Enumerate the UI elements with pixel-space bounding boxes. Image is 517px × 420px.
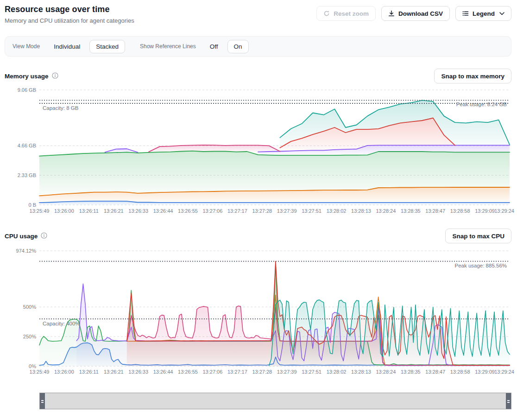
svg-text:0%: 0% [29,363,36,369]
header-titles: Resource usage over time Memory and CPU … [5,5,134,24]
view-mode-label: View Mode [13,43,40,50]
svg-text:13:29:09: 13:29:09 [475,369,495,375]
svg-text:13:27:06: 13:27:06 [202,369,222,375]
svg-text:Capacity: 8 GB: Capacity: 8 GB [43,105,79,111]
svg-text:13:27:28: 13:27:28 [252,208,272,214]
svg-text:13:28:47: 13:28:47 [425,369,445,375]
svg-text:13:27:17: 13:27:17 [227,369,247,375]
brush-handle-left[interactable] [40,393,45,409]
memory-section-header: Memory usage Snap to max memory [5,69,511,83]
svg-text:13:26:33: 13:26:33 [128,369,148,375]
svg-text:13:25:49: 13:25:49 [30,369,50,375]
svg-text:13:27:51: 13:27:51 [302,369,322,375]
svg-text:13:27:51: 13:27:51 [302,208,322,214]
svg-text:13:29:24: 13:29:24 [494,208,514,214]
svg-text:13:28:24: 13:28:24 [376,208,396,214]
cpu-title-text: CPU usage [5,233,38,240]
svg-text:13:27:06: 13:27:06 [202,208,222,214]
reset-icon [323,10,330,17]
svg-text:2.33 GB: 2.33 GB [18,172,36,178]
snap-max-cpu-button[interactable]: Snap to max CPU [445,229,511,243]
svg-text:250%: 250% [23,334,36,339]
svg-text:Peak usage: 885.56%: Peak usage: 885.56% [454,263,507,268]
reference-lines-off[interactable]: Off [203,40,225,53]
time-range-brush[interactable] [39,393,511,409]
svg-text:13:28:47: 13:28:47 [425,208,445,214]
svg-text:13:26:00: 13:26:00 [54,369,74,375]
legend-label: Legend [473,10,495,17]
page-subtitle: Memory and CPU utilization for agent cat… [5,17,134,24]
info-icon[interactable] [41,232,47,240]
cpu-section-title: CPU usage [5,232,47,240]
svg-text:13:28:35: 13:28:35 [401,208,421,214]
page-title: Resource usage over time [5,5,134,14]
header-actions: Reset zoom Download CSV Legend [316,6,511,21]
download-csv-button[interactable]: Download CSV [381,6,450,21]
reference-lines-on[interactable]: On [227,40,249,53]
svg-text:13:28:35: 13:28:35 [401,369,421,375]
svg-text:13:26:33: 13:26:33 [128,208,148,214]
memory-section-title: Memory usage [5,72,58,80]
svg-text:13:26:11: 13:26:11 [79,208,99,214]
svg-text:9.06 GB: 9.06 GB [18,87,36,93]
svg-text:13:29:09: 13:29:09 [475,208,495,214]
svg-text:500%: 500% [23,304,36,310]
view-mode-individual[interactable]: Individual [47,40,87,53]
resource-usage-page: Resource usage over time Memory and CPU … [0,0,517,420]
svg-text:13:28:58: 13:28:58 [450,208,470,214]
legend-button[interactable]: Legend [455,6,511,21]
svg-text:13:28:24: 13:28:24 [376,369,396,375]
svg-text:13:28:13: 13:28:13 [351,208,371,214]
svg-text:13:27:17: 13:27:17 [227,208,247,214]
svg-text:13:27:39: 13:27:39 [277,369,297,375]
svg-text:13:27:28: 13:27:28 [252,369,272,375]
svg-text:13:28:13: 13:28:13 [351,369,371,375]
reference-lines-label: Show Reference Lines [140,43,196,50]
chart-options-toolbar: View Mode Individual Stacked Show Refere… [5,36,511,57]
svg-text:13:28:02: 13:28:02 [327,369,347,375]
svg-text:13:26:55: 13:26:55 [178,369,198,375]
svg-text:974.12%: 974.12% [16,248,37,254]
svg-text:13:26:44: 13:26:44 [153,208,173,214]
chevron-down-icon [499,12,504,15]
svg-text:13:26:21: 13:26:21 [104,369,124,375]
reset-zoom-button[interactable]: Reset zoom [316,6,376,21]
svg-text:0 B: 0 B [28,202,36,208]
svg-text:4.66 GB: 4.66 GB [18,143,36,148]
memory-title-text: Memory usage [5,73,49,80]
svg-text:13:27:39: 13:27:39 [277,208,297,214]
memory-usage-chart[interactable]: 9.06 GB4.66 GB2.33 GB0 B13:25:4913:26:00… [0,84,517,216]
cpu-section-header: CPU usage Snap to max CPU [5,229,511,243]
reset-zoom-label: Reset zoom [334,10,369,17]
page-header: Resource usage over time Memory and CPU … [0,0,517,24]
info-icon[interactable] [52,72,58,80]
svg-text:13:25:49: 13:25:49 [30,208,50,214]
cpu-usage-chart[interactable]: 974.12%500%250%0%13:25:4913:26:0013:26:1… [0,244,517,379]
svg-text:13:26:00: 13:26:00 [54,208,74,214]
svg-text:Peak usage: 8.24 GB: Peak usage: 8.24 GB [456,102,507,107]
download-csv-label: Download CSV [398,10,443,17]
view-mode-stacked[interactable]: Stacked [89,40,125,53]
svg-text:13:26:11: 13:26:11 [79,369,99,375]
svg-text:13:28:58: 13:28:58 [450,369,470,375]
svg-text:13:28:02: 13:28:02 [327,208,347,214]
brush-handle-right[interactable] [506,393,511,409]
svg-text:13:26:21: 13:26:21 [104,208,124,214]
svg-text:Capacity: 400%: Capacity: 400% [43,321,80,326]
legend-list-icon [462,10,469,17]
snap-max-memory-button[interactable]: Snap to max memory [434,69,511,83]
svg-text:13:26:55: 13:26:55 [178,208,198,214]
svg-text:13:29:24: 13:29:24 [494,369,514,375]
download-icon [388,10,395,17]
svg-text:13:26:44: 13:26:44 [153,369,173,375]
